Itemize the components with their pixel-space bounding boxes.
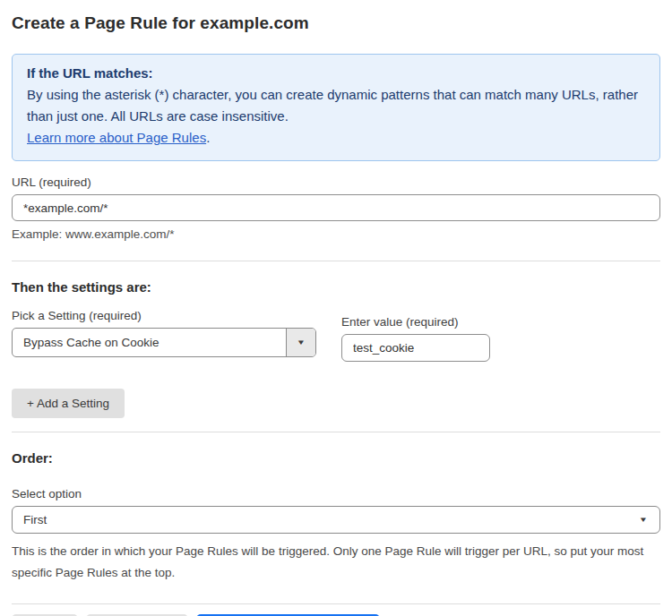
info-box-heading: If the URL matches:	[27, 63, 645, 84]
chevron-down-icon: ▼	[639, 517, 648, 524]
divider	[12, 603, 660, 604]
order-select-value: First	[23, 513, 47, 526]
url-input[interactable]	[12, 194, 660, 221]
chevron-down-icon: ▼	[297, 339, 306, 346]
order-select-label: Select option	[12, 487, 660, 500]
setting-picker-label: Pick a Setting (required)	[12, 309, 316, 322]
info-box-body: By using the asterisk (*) character, you…	[27, 84, 645, 127]
setting-value-column: Enter value (required)	[341, 295, 490, 362]
divider	[12, 261, 660, 261]
page-rule-form: Create a Page Rule for example.com If th…	[0, 0, 672, 616]
divider	[12, 432, 660, 432]
setting-value-label: Enter value (required)	[341, 315, 490, 329]
add-setting-button[interactable]: + Add a Setting	[12, 389, 125, 418]
order-section-heading: Order:	[12, 450, 660, 466]
url-label: URL (required)	[12, 175, 660, 189]
setting-picker-column: Pick a Setting (required) Bypass Cache o…	[12, 295, 316, 362]
settings-row: Pick a Setting (required) Bypass Cache o…	[12, 295, 660, 362]
order-help-text: This is the order in which your Page Rul…	[12, 541, 660, 584]
page-title: Create a Page Rule for example.com	[12, 0, 660, 33]
order-select[interactable]: First ▼	[12, 506, 660, 534]
url-matches-info-box: If the URL matches: By using the asteris…	[12, 54, 660, 161]
setting-select[interactable]: Bypass Cache on Cookie ▼	[12, 328, 316, 357]
setting-select-value: Bypass Cache on Cookie	[13, 336, 159, 349]
learn-more-link[interactable]: Learn more about Page Rules	[27, 130, 206, 145]
settings-section-heading: Then the settings are:	[12, 279, 660, 295]
link-suffix: .	[206, 130, 210, 145]
info-box-link-line: Learn more about Page Rules.	[27, 127, 645, 149]
setting-select-arrow-button[interactable]: ▼	[286, 329, 315, 356]
url-example-text: Example: www.example.com/*	[12, 227, 660, 241]
setting-value-input[interactable]	[341, 334, 490, 362]
